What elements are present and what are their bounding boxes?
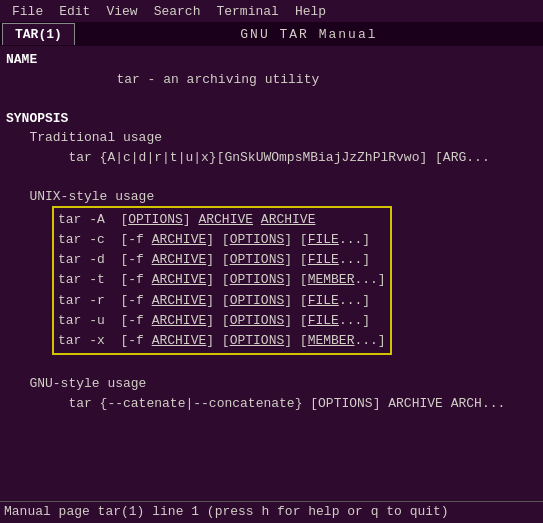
gnu-label: GNU-style usage: [6, 374, 537, 394]
menu-edit[interactable]: Edit: [51, 3, 98, 20]
menu-view[interactable]: View: [98, 3, 145, 20]
unix-cmd-2: tar -d [-f ARCHIVE] [OPTIONS] [FILE...]: [58, 250, 386, 270]
unix-cmd-5: tar -u [-f ARCHIVE] [OPTIONS] [FILE...]: [58, 311, 386, 331]
unix-cmd-1: tar -c [-f ARCHIVE] [OPTIONS] [FILE...]: [58, 230, 386, 250]
name-header: NAME: [6, 50, 537, 70]
traditional-label: Traditional usage: [6, 128, 537, 148]
menu-search[interactable]: Search: [146, 3, 209, 20]
blank2: [6, 167, 537, 187]
active-tab[interactable]: TAR(1): [2, 23, 75, 45]
traditional-cmd: tar {A|c|d|r|t|u|x}[GnSkUWOmpsMBiajJzZhP…: [6, 148, 537, 168]
unix-cmd-0: tar -A [OPTIONS] ARCHIVE ARCHIVE: [58, 210, 386, 230]
menu-help[interactable]: Help: [287, 3, 334, 20]
name-body: tar - an archiving utility: [6, 70, 537, 90]
gnu-cmd: tar {--catenate|--concatenate} [OPTIONS]…: [6, 394, 537, 414]
unix-label: UNIX-style usage: [6, 187, 537, 207]
menu-file[interactable]: File: [4, 3, 51, 20]
menu-terminal[interactable]: Terminal: [208, 3, 286, 20]
unix-cmd-3: tar -t [-f ARCHIVE] [OPTIONS] [MEMBER...…: [58, 270, 386, 290]
unix-commands-box: tar -A [OPTIONS] ARCHIVE ARCHIVE tar -c …: [52, 206, 392, 355]
blank1: [6, 89, 537, 109]
menubar: File Edit View Search Terminal Help: [0, 0, 543, 22]
unix-cmd-4: tar -r [-f ARCHIVE] [OPTIONS] [FILE...]: [58, 291, 386, 311]
unix-cmd-6: tar -x [-f ARCHIVE] [OPTIONS] [MEMBER...…: [58, 331, 386, 351]
synopsis-header: SYNOPSIS: [6, 109, 537, 129]
main-content: NAME tar - an archiving utility SYNOPSIS…: [0, 46, 543, 501]
statusbar: Manual page tar(1) line 1 (press h for h…: [0, 501, 543, 523]
window-title: GNU TAR Manual: [75, 27, 543, 42]
tab-bar: TAR(1) GNU TAR Manual: [0, 22, 543, 46]
blank3: [6, 355, 537, 375]
